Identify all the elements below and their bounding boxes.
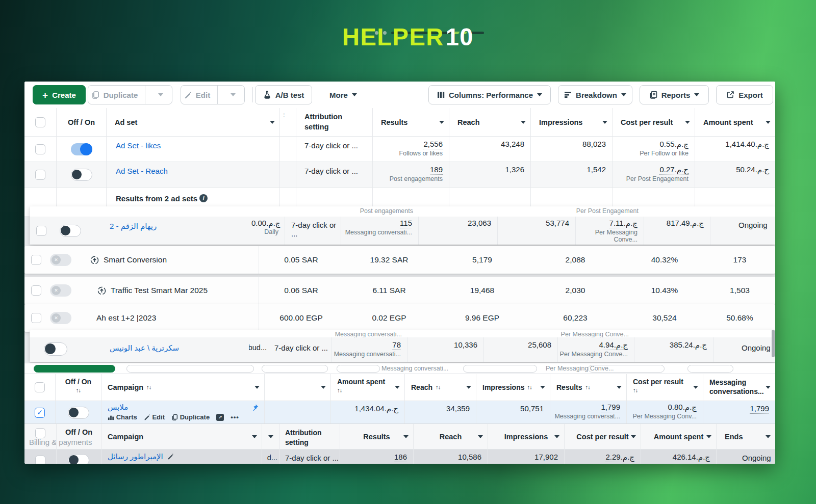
campaign-link[interactable]: ملابس [108,403,128,411]
chevron-down-icon[interactable] [706,435,711,438]
column-header-campaign[interactable]: Campaign [101,424,262,449]
chevron-down-icon[interactable] [466,386,471,389]
campaign-toggle-disabled[interactable]: ✕ [50,284,71,297]
chevron-down-icon[interactable] [252,435,257,438]
column-header-impressions[interactable]: Impressions↑↓ [476,374,550,401]
chevron-down-icon[interactable] [554,435,559,438]
select-all-checkbox[interactable] [35,428,45,438]
chevron-down-icon[interactable] [766,121,771,124]
info-icon[interactable]: i [199,194,208,202]
chevron-down-icon[interactable] [403,435,409,438]
campaign-name[interactable]: Smart Conversion [104,255,167,264]
adset-link[interactable]: Ad Set - likes [116,141,161,150]
column-header-amount-spent[interactable]: Amount spent [695,108,775,137]
column-header-reach[interactable]: Reach↑↓ [404,374,476,401]
row-checkbox[interactable] [36,226,46,236]
breakdown-button[interactable]: Breakdown [558,85,632,104]
compare-action[interactable]: ▣ Compar [217,463,246,464]
edit-action[interactable]: Edit [144,413,165,421]
chevron-down-icon[interactable] [521,121,526,124]
adset-link[interactable]: ريهام الزقم - 2 [110,222,157,231]
chevron-down-icon[interactable] [254,386,260,389]
row-checkbox[interactable] [31,285,41,296]
chevron-down-icon[interactable] [321,386,326,389]
charts-action[interactable]: Charts [108,413,137,421]
duplicate-action[interactable]: Duplicate [177,463,210,464]
chevron-down-icon[interactable] [766,435,771,438]
column-header-messaging[interactable]: Messaging conversations... [703,374,775,401]
adset-link[interactable]: سكرترية \ عبد الونيس [110,343,179,353]
columns-button[interactable]: Columns: Performance [428,85,551,104]
campaign-toggle-disabled[interactable]: ✕ [50,254,71,266]
column-header-collapsed[interactable] [264,374,330,401]
row-checkbox[interactable] [35,170,45,180]
column-header-ends[interactable]: Ends [716,424,775,449]
duplicate-button[interactable]: Duplicate [88,85,172,104]
ab-test-button[interactable]: A/B test [255,85,312,104]
chevron-down-icon[interactable] [631,435,636,438]
chevron-down-icon[interactable] [439,121,444,124]
chevron-down-icon[interactable] [540,386,545,389]
adset-toggle-on[interactable] [71,143,92,155]
row-checkbox[interactable] [35,456,45,464]
select-all-checkbox[interactable] [35,382,45,392]
pin-icon[interactable] [251,404,259,411]
adset-toggle-off[interactable] [71,169,92,181]
chevron-down-icon[interactable] [766,386,771,389]
chevron-down-icon[interactable] [685,121,690,124]
row-checkbox[interactable] [35,144,45,154]
column-header-attribution[interactable]: Attribution setting [279,424,340,449]
scrollbar-thumb[interactable] [772,330,775,357]
duplicate-action[interactable]: Duplicate [171,413,210,421]
column-header-cost-per-result[interactable]: Cost per result [612,108,695,137]
chevron-down-icon[interactable] [270,121,275,124]
column-header-ad-set[interactable]: Ad set [106,108,279,137]
column-header-amount-spent[interactable]: Amount spent↑↓ [330,374,404,401]
create-button[interactable]: + Create [33,85,86,104]
edit-action[interactable]: Edit [153,463,171,464]
column-header-collapsed[interactable] [262,424,279,449]
column-header-results[interactable]: Results [372,108,449,137]
column-header-impressions[interactable]: Impressions [488,424,564,449]
edit-button[interactable]: Edit [181,85,245,104]
edit-dropdown-caret[interactable] [222,86,244,104]
row-checkbox-checked[interactable]: ✓ [35,408,45,418]
chevron-down-icon[interactable] [478,435,483,438]
pencil-icon[interactable] [167,453,174,460]
column-header-campaign[interactable]: Campaign↑↓ [101,374,264,401]
column-header-results[interactable]: Results [340,424,413,449]
chevron-down-icon[interactable] [693,386,698,389]
campaign-link[interactable]: الإمبراطور رسائل [108,452,163,461]
chevron-down-icon[interactable] [268,435,273,438]
more-button[interactable]: More [321,85,365,104]
campaign-name[interactable]: Ah est 1+2 |2023 [96,313,156,323]
chevron-down-icon[interactable] [617,386,622,389]
duplicate-dropdown-caret[interactable] [149,86,172,104]
campaign-name[interactable]: Traffic Test Smart Mar 2025 [111,286,208,295]
column-header-off-on[interactable]: Off / On↑↓ [55,374,101,401]
export-button[interactable]: Export [716,85,773,104]
column-header-reach[interactable]: Reach [449,108,530,137]
column-header-results[interactable]: Results↑↓ [550,374,626,401]
preview-icon[interactable]: ↗ [216,414,224,421]
row-checkbox[interactable] [31,255,41,265]
adset-toggle-off[interactable] [44,342,67,356]
campaign-toggle-off[interactable] [68,407,89,419]
more-options-icon[interactable]: ••• [231,413,239,421]
column-header-reach[interactable]: Reach [413,424,488,449]
column-header-cost-per-result[interactable]: Cost per result↑↓ [626,374,703,401]
select-all-checkbox[interactable] [35,117,45,127]
campaign-toggle-disabled[interactable]: ✕ [50,312,71,324]
adset-toggle-off[interactable] [60,225,81,237]
row-checkbox[interactable] [31,313,41,323]
adset-link[interactable]: Ad Set - Reach [116,167,168,175]
reports-button[interactable]: Reports [640,85,709,104]
campaign-toggle-off[interactable] [68,454,89,464]
column-header-impressions[interactable]: Impressions [530,108,612,137]
chevron-down-icon[interactable] [395,386,400,389]
column-header-attribution[interactable]: Attribution setting [296,108,372,137]
view-charts-action[interactable]: View charts [108,463,146,464]
column-header-amount-spent[interactable]: Amount spent [641,424,716,449]
chevron-down-icon[interactable] [602,121,607,124]
column-header-cost-per-result[interactable]: Cost per result [564,424,641,449]
